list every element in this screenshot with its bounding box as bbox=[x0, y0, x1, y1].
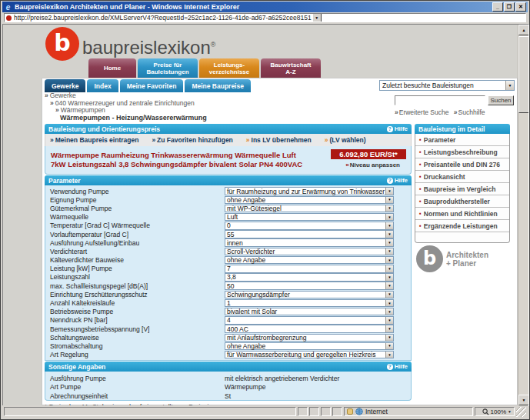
security-zone-segment: Internet bbox=[344, 407, 473, 416]
dropdown-arrow-icon[interactable]: ▼ bbox=[385, 282, 393, 289]
parameter-row: Temperatur [Grad C] Wärmequelle 0 ▼ bbox=[48, 222, 408, 230]
parameter-select[interactable]: 4 ▼ bbox=[225, 316, 394, 325]
tab-meine-baupreise[interactable]: Meine Baupreise bbox=[185, 79, 251, 92]
tab-leistungsverzeichnisse[interactable]: Leistungs- verzeichnisse bbox=[199, 58, 259, 78]
search-button[interactable]: Suchen bbox=[488, 95, 514, 105]
scrollbar-thumb[interactable] bbox=[518, 36, 529, 113]
parameter-select[interactable]: ohne Angabe ▼ bbox=[225, 342, 394, 351]
parameter-select[interactable]: mit WP-Gütesiegel ▼ bbox=[225, 205, 394, 213]
detail-menu-item[interactable]: ▪ Ergänzende Leistungen bbox=[415, 220, 509, 232]
search-help-link[interactable]: Suchhilfe bbox=[458, 108, 485, 116]
offer-action-link[interactable]: »(LV wählen) bbox=[325, 136, 366, 144]
recent-bauleistungen-select[interactable]: Zuletzt besuchte Bauleistungen ▼ bbox=[379, 80, 515, 91]
advanced-search-link[interactable]: Erweiterte Suche bbox=[399, 108, 449, 116]
secondary-nav: Gewerke Index Meine Favoriten Meine Baup… bbox=[45, 79, 251, 92]
page-viewport: b baupreislexikon® Home Preise für Baule… bbox=[2, 24, 529, 406]
dropdown-arrow-icon[interactable]: ▼ bbox=[385, 317, 393, 324]
help-link[interactable]: ?Hilfe bbox=[387, 125, 408, 132]
address-dropdown-button[interactable]: ▼ bbox=[312, 13, 322, 22]
parameter-select-value: 3,8 bbox=[225, 273, 385, 281]
dropdown-arrow-icon[interactable]: ▼ bbox=[385, 352, 393, 358]
dropdown-arrow-icon[interactable]: ▼ bbox=[385, 214, 393, 221]
dropdown-arrow-icon[interactable]: ▼ bbox=[385, 265, 393, 272]
parameter-label: Temperatur [Grad C] Wärmequelle bbox=[48, 222, 225, 229]
parameter-select[interactable]: 400 AC ▼ bbox=[225, 325, 394, 333]
detail-menu-item[interactable]: ▪ Baupreise im Vergleich bbox=[415, 183, 509, 195]
parameter-select[interactable]: Schwingungsdämpfer ▼ bbox=[225, 291, 394, 299]
minimize-button[interactable]: _ bbox=[492, 2, 503, 12]
dropdown-arrow-icon[interactable]: ▼ bbox=[385, 343, 393, 350]
parameter-select[interactable]: bivalent mit Solar ▼ bbox=[225, 308, 394, 316]
detail-menu-item[interactable]: ▪ Bauprodukthersteller bbox=[415, 195, 509, 208]
resize-grip[interactable] bbox=[516, 407, 526, 417]
parameter-select[interactable]: für Raumheizung und zur Erwärmung von Tr… bbox=[225, 187, 394, 195]
tab-gewerke-label: Gewerke bbox=[52, 82, 78, 90]
tab-home[interactable]: Home bbox=[88, 58, 136, 78]
parameter-select[interactable]: 7 ▼ bbox=[225, 265, 394, 273]
offer-action-link[interactable]: »Meinen Baupreis eintragen bbox=[50, 136, 138, 144]
niveau-anpassen-link[interactable]: »Niveau anpassen bbox=[345, 162, 400, 168]
parameter-select[interactable]: mit Anlaufstrombegrenzung ▼ bbox=[225, 334, 394, 342]
tab-preise-fuer-bauleistungen[interactable]: Preise für Bauleistungen bbox=[138, 58, 198, 78]
offer-action-link[interactable]: »Zu Favoriten hinzufügen bbox=[152, 136, 232, 144]
tab-gewerke[interactable]: Gewerke bbox=[45, 79, 85, 92]
dropdown-arrow-icon[interactable]: ▼ bbox=[385, 335, 393, 342]
maximize-button[interactable]: ❐ bbox=[504, 2, 515, 12]
offer-actions: »Meinen Baupreis eintragen »Zu Favoriten… bbox=[45, 134, 412, 146]
dropdown-arrow-icon[interactable]: ▼ bbox=[385, 274, 393, 281]
address-input[interactable]: http://preise2.baupreislexikon.de/XMLSer… bbox=[4, 13, 526, 22]
parameter-select[interactable]: 3,8 ▼ bbox=[225, 273, 394, 282]
detail-menu-item[interactable]: ▪ Preisanteile und DIN 276 bbox=[415, 158, 509, 171]
offer-action-link[interactable]: »Ins LV übernehmen bbox=[246, 136, 312, 144]
parameter-select[interactable]: ohne Angabe ▼ bbox=[225, 256, 394, 265]
offer-action-label: (LV wählen) bbox=[330, 136, 366, 144]
dropdown-arrow-icon[interactable]: ▼ bbox=[385, 188, 393, 195]
detail-menu-item[interactable]: ▪ Parameter bbox=[415, 134, 509, 146]
bullet-icon: ▪ bbox=[419, 173, 422, 180]
tab-bauwirtschaft-a-z[interactable]: Bauwirtschaft A-Z bbox=[261, 58, 321, 78]
parameter-select[interactable]: 0 ▼ bbox=[225, 222, 394, 230]
close-button[interactable]: ✕ bbox=[515, 2, 526, 12]
detail-menu-item[interactable]: ▪ Druckansicht bbox=[415, 171, 509, 183]
status-segment bbox=[332, 407, 342, 416]
dropdown-arrow-icon[interactable]: ▼ bbox=[385, 257, 393, 264]
scroll-down-button[interactable]: ▼ bbox=[518, 395, 529, 405]
dropdown-arrow-icon[interactable]: ▼ bbox=[385, 300, 393, 307]
zoom-control[interactable]: 100% ▼ bbox=[475, 407, 515, 416]
tab-meine-favoriten[interactable]: Meine Favoriten bbox=[120, 79, 184, 92]
parameter-select[interactable]: 55 ▼ bbox=[225, 230, 394, 238]
detail-menu-item[interactable]: ▪ Leistungsbeschreibung bbox=[415, 146, 509, 158]
help-link[interactable]: ?Hilfe bbox=[387, 363, 408, 370]
dropdown-arrow-icon[interactable]: ▼ bbox=[505, 81, 514, 90]
dropdown-arrow-icon[interactable]: ▼ bbox=[385, 197, 393, 204]
parameter-select[interactable]: 1 ▼ bbox=[225, 299, 394, 308]
vertical-scrollbar[interactable]: ▲ ▼ bbox=[518, 25, 528, 405]
parameter-select-value: innen bbox=[225, 239, 385, 247]
dropdown-arrow-icon[interactable]: ▼ bbox=[385, 308, 393, 315]
dropdown-arrow-icon[interactable]: ▼ bbox=[385, 231, 393, 238]
dropdown-arrow-icon[interactable]: ▼ bbox=[385, 205, 393, 212]
tab-index[interactable]: Index bbox=[87, 79, 118, 92]
parameter-select[interactable]: 50 ▼ bbox=[225, 282, 394, 290]
search-input[interactable] bbox=[395, 95, 485, 105]
dropdown-arrow-icon[interactable]: ▼ bbox=[385, 248, 393, 255]
help-link[interactable]: ?Hilfe bbox=[387, 177, 408, 184]
parameter-select[interactable]: ohne Angabe ▼ bbox=[225, 196, 394, 205]
parameter-label: Art Regelung bbox=[48, 351, 225, 358]
parameter-select[interactable]: innen ▼ bbox=[225, 238, 394, 247]
parameter-select[interactable]: für Warmwasserbereitung und geregelten H… bbox=[225, 351, 394, 359]
dropdown-arrow-icon[interactable]: ▼ bbox=[385, 325, 393, 332]
scroll-up-button[interactable]: ▲ bbox=[518, 25, 529, 35]
ie-logo-icon: e bbox=[4, 3, 12, 12]
protected-mode-icon bbox=[347, 408, 353, 415]
dropdown-arrow-icon[interactable]: ▼ bbox=[385, 239, 393, 246]
brand-logo-icon[interactable]: b bbox=[45, 27, 79, 61]
detail-menu-item[interactable]: ▪ Normen und Richtlinien bbox=[415, 208, 509, 220]
parameter-select[interactable]: Luft ▼ bbox=[225, 213, 394, 222]
dropdown-arrow-icon[interactable]: ▼ bbox=[385, 292, 393, 298]
dropdown-arrow-icon[interactable]: ▼ bbox=[385, 222, 393, 229]
tab-label-line1: Leistungs- bbox=[201, 62, 258, 68]
parameter-select[interactable]: Scroll-Verdichter ▼ bbox=[225, 248, 394, 256]
parameter-label: Verwendung Pumpe bbox=[48, 188, 225, 195]
parameter-row: Schaltungsweise mit Anlaufstrombegrenzun… bbox=[48, 333, 408, 342]
